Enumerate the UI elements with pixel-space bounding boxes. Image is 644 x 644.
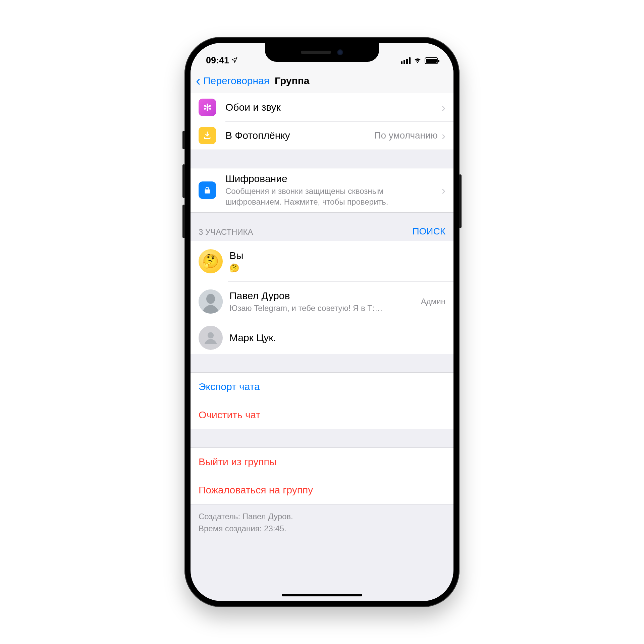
- row-label: В Фотоплёнку: [225, 130, 374, 141]
- back-chevron-icon[interactable]: ‹: [196, 74, 201, 88]
- action-label: Экспорт чата: [199, 381, 260, 392]
- settings-group-1: ✻ Обои и звук › В Фотоплёнку По умолчани…: [191, 93, 453, 150]
- front-camera: [337, 49, 343, 55]
- volume-up-button: [182, 164, 185, 198]
- back-button[interactable]: Переговорная: [203, 75, 269, 87]
- members-count-label: 3 УЧАСТНИКА: [199, 227, 253, 237]
- nav-bar: ‹ Переговорная Группа: [191, 68, 453, 93]
- clear-chat-button[interactable]: Очистить чат: [191, 401, 453, 429]
- chevron-right-icon: ›: [442, 129, 445, 142]
- actions-group-1: Экспорт чата Очистить чат: [191, 372, 453, 429]
- member-status: 🤔: [229, 263, 445, 273]
- row-value: По умолчанию: [374, 130, 437, 141]
- created-time-label: Время создания: 23:45.: [199, 523, 445, 535]
- status-time: 09:41: [206, 55, 229, 66]
- avatar: [199, 289, 223, 314]
- row-encryption[interactable]: Шифрование Сообщения и звонки защищены с…: [191, 168, 453, 212]
- report-group-button[interactable]: Пожаловаться на группу: [191, 476, 453, 504]
- row-subtitle: Сообщения и звонки защищены сквозным шиф…: [225, 186, 442, 208]
- side-button: [182, 131, 185, 149]
- svg-point-1: [206, 294, 215, 304]
- settings-group-encryption: Шифрование Сообщения и звонки защищены с…: [191, 168, 453, 213]
- row-label: Шифрование: [225, 173, 442, 184]
- member-status: Юзаю Telegram, и тебе советую! Я в Т:…: [229, 304, 421, 313]
- content: ✻ Обои и звук › В Фотоплёнку По умолчани…: [191, 93, 453, 601]
- row-wallpaper-sound[interactable]: ✻ Обои и звук ›: [191, 93, 453, 121]
- chevron-right-icon: ›: [442, 184, 445, 197]
- action-label: Выйти из группы: [199, 456, 276, 468]
- member-role: Админ: [421, 297, 445, 306]
- action-label: Очистить чат: [199, 409, 260, 421]
- power-button: [459, 174, 462, 228]
- notch: [265, 43, 379, 62]
- search-members-button[interactable]: ПОИСК: [412, 226, 445, 237]
- member-name: Павел Дуров: [229, 290, 421, 302]
- member-name: Вы: [229, 250, 445, 261]
- action-label: Пожаловаться на группу: [199, 484, 313, 496]
- member-row[interactable]: 🤔 Вы 🤔: [191, 241, 453, 281]
- members-group: 🤔 Вы 🤔 Павел Дуров Юзаю Telegram, и тебе…: [191, 241, 453, 354]
- creator-label: Создатель: Павел Дуров.: [199, 511, 445, 523]
- wallpaper-icon: ✻: [199, 99, 216, 116]
- member-row[interactable]: Павел Дуров Юзаю Telegram, и тебе совету…: [191, 281, 453, 322]
- home-indicator[interactable]: [282, 594, 362, 596]
- member-row[interactable]: Марк Цук.: [191, 322, 453, 354]
- avatar: 🤔: [199, 249, 223, 273]
- screen: 09:41 ‹ Переговорная Группа ✻: [191, 43, 453, 601]
- save-icon: [199, 127, 216, 144]
- page-title: Группа: [275, 75, 309, 87]
- export-chat-button[interactable]: Экспорт чата: [191, 373, 453, 401]
- avatar: [199, 326, 223, 350]
- phone-frame: 09:41 ‹ Переговорная Группа ✻: [184, 37, 460, 607]
- battery-icon: [425, 57, 438, 64]
- member-name: Марк Цук.: [229, 332, 445, 343]
- leave-group-button[interactable]: Выйти из группы: [191, 448, 453, 476]
- location-icon: [231, 55, 238, 66]
- footer-info: Создатель: Павел Дуров. Время создания: …: [191, 504, 453, 535]
- actions-group-2: Выйти из группы Пожаловаться на группу: [191, 447, 453, 504]
- row-save-to-camera-roll[interactable]: В Фотоплёнку По умолчанию ›: [191, 121, 453, 150]
- wifi-icon: [413, 55, 422, 66]
- volume-down-button: [182, 205, 185, 238]
- speaker-grille: [301, 51, 331, 54]
- chevron-right-icon: ›: [442, 101, 445, 114]
- lock-icon: [199, 181, 216, 199]
- svg-point-2: [208, 332, 214, 338]
- cellular-icon: [401, 57, 411, 64]
- row-label: Обои и звук: [225, 102, 442, 113]
